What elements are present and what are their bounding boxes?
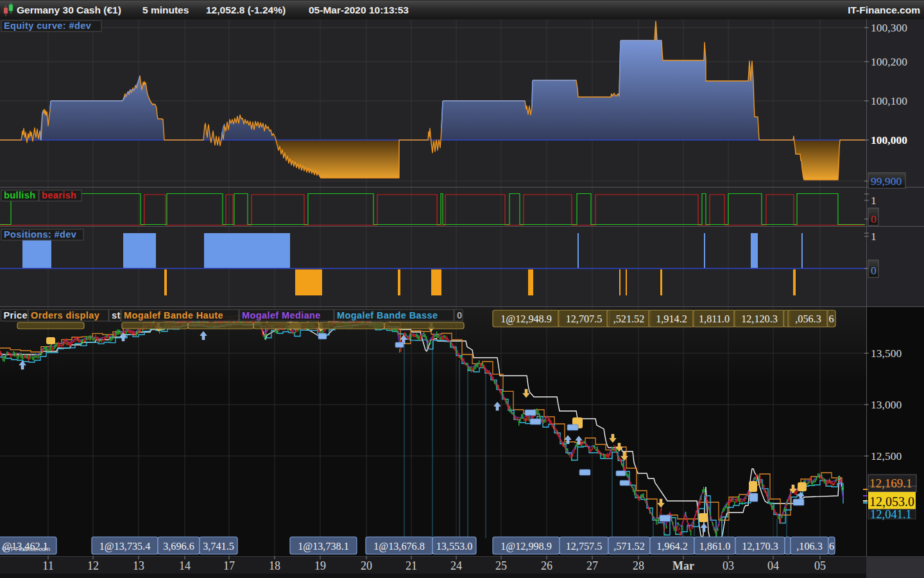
svg-text:Mogalef Bande Basse: Mogalef Bande Basse: [337, 310, 438, 320]
svg-text:1@12,948.9: 1@12,948.9: [501, 313, 552, 325]
svg-text:,056.3: ,056.3: [795, 313, 821, 325]
svg-text:bearish: bearish: [42, 190, 76, 200]
svg-text:Equity curve: #dev: Equity curve: #dev: [4, 21, 91, 31]
svg-text:1,811.0: 1,811.0: [699, 313, 730, 325]
svg-text:© IT-Finance.com: © IT-Finance.com: [2, 545, 50, 552]
svg-text:1@13,676.8: 1@13,676.8: [373, 541, 425, 552]
svg-text:3,741.5: 3,741.5: [203, 541, 234, 552]
svg-text:IT-Finance.com: IT-Finance.com: [848, 4, 920, 15]
svg-text:20: 20: [361, 559, 372, 572]
svg-text:13: 13: [133, 559, 144, 572]
svg-text:3,696.6: 3,696.6: [163, 541, 194, 552]
svg-text:17: 17: [223, 559, 235, 572]
svg-text:05-Mar-2020 10:13:53: 05-Mar-2020 10:13:53: [309, 4, 409, 15]
svg-text:12: 12: [87, 559, 99, 572]
svg-text:12,500: 12,500: [871, 450, 902, 462]
svg-text:0: 0: [871, 264, 877, 277]
svg-text:Germany 30 Cash (€1): Germany 30 Cash (€1): [17, 4, 121, 15]
svg-text:18: 18: [269, 559, 280, 572]
svg-text:12,052.8 (-1.24%): 12,052.8 (-1.24%): [206, 4, 286, 15]
svg-text:1@13,738.1: 1@13,738.1: [298, 541, 349, 552]
svg-text:1,914.2: 1,914.2: [656, 313, 687, 325]
svg-text:19: 19: [314, 559, 326, 572]
svg-text:13,000: 13,000: [871, 398, 902, 411]
svg-text:03: 03: [723, 559, 734, 572]
svg-text:1@13,735.4: 1@13,735.4: [99, 541, 151, 552]
svg-text:Price: Price: [4, 310, 28, 320]
svg-text:25: 25: [495, 559, 507, 572]
svg-text:1: 1: [871, 194, 877, 207]
svg-text:0: 0: [871, 213, 877, 225]
svg-text:14: 14: [179, 559, 191, 572]
svg-text:100,100: 100,100: [871, 94, 907, 107]
svg-text:6: 6: [828, 313, 834, 325]
svg-text:05: 05: [814, 559, 826, 572]
svg-text:04: 04: [767, 559, 779, 572]
svg-text:12,120.3: 12,120.3: [741, 313, 778, 325]
svg-text:100,300: 100,300: [871, 21, 907, 34]
svg-text:st: st: [112, 310, 121, 320]
svg-text:Mogalef Mediane: Mogalef Mediane: [242, 310, 321, 320]
svg-text:12,707.5: 12,707.5: [566, 313, 603, 325]
svg-text:21: 21: [406, 559, 417, 572]
svg-text:12,170.3: 12,170.3: [742, 541, 778, 552]
svg-text:12,169.1: 12,169.1: [869, 477, 912, 490]
svg-text:27: 27: [586, 559, 598, 572]
svg-text:Mogalef Bande Haute: Mogalef Bande Haute: [124, 310, 223, 320]
svg-text:1: 1: [871, 230, 877, 243]
svg-text:12,053.0: 12,053.0: [869, 495, 914, 509]
svg-text:26: 26: [541, 559, 552, 572]
svg-text:28: 28: [633, 559, 644, 572]
svg-text:bullish: bullish: [4, 190, 36, 200]
svg-text:100,000: 100,000: [871, 134, 907, 146]
svg-text:24: 24: [450, 559, 462, 572]
svg-text:1@12,998.9: 1@12,998.9: [501, 541, 552, 552]
svg-text:Positions: #dev: Positions: #dev: [4, 229, 76, 240]
svg-text:13,553.0: 13,553.0: [436, 541, 473, 552]
svg-text:,106.3: ,106.3: [796, 541, 822, 552]
svg-text:13,500: 13,500: [871, 347, 902, 360]
svg-text:11: 11: [42, 559, 53, 572]
svg-text:,521.52: ,521.52: [613, 313, 645, 325]
svg-text:Mar: Mar: [672, 559, 694, 572]
svg-text:100,200: 100,200: [871, 55, 907, 68]
svg-text:6: 6: [829, 541, 834, 552]
svg-text:0: 0: [457, 310, 462, 320]
svg-text:1,861.0: 1,861.0: [699, 541, 731, 552]
svg-text:12,041.1: 12,041.1: [870, 508, 912, 521]
svg-text:1,964.2: 1,964.2: [656, 541, 688, 552]
svg-text:12,757.5: 12,757.5: [566, 541, 603, 552]
svg-text:5 minutes: 5 minutes: [142, 4, 189, 15]
svg-text:,571.52: ,571.52: [613, 541, 645, 552]
svg-text:99,900: 99,900: [871, 175, 902, 188]
svg-text:Orders display: Orders display: [31, 310, 99, 320]
